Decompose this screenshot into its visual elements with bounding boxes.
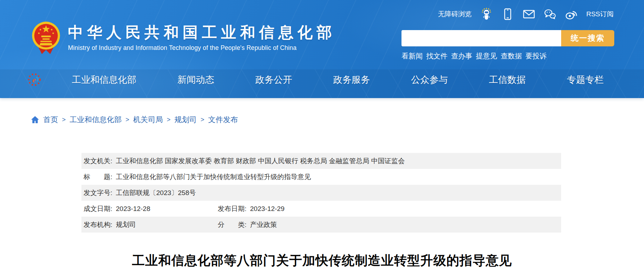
field-label: 发布日期:	[218, 204, 246, 213]
national-emblem-logo	[31, 21, 61, 57]
doc-info-row-doc-number: 发文字号: 工信部联规〔2023〕258号	[81, 185, 561, 201]
field-value: 工信部联规〔2023〕258号	[116, 188, 196, 198]
nav-item-special-topics[interactable]: 专题专栏	[567, 74, 604, 86]
doc-info-row-issuing-agency: 发文机关: 工业和信息化部 国家发展改革委 教育部 财政部 中国人民银行 税务总…	[81, 153, 561, 169]
breadcrumb: 首页 > 工业和信息化部 > 机关司局 > 规划司 > 文件发布	[31, 115, 238, 125]
breadcrumb-document-release[interactable]: 文件发布	[208, 115, 238, 125]
field-label: 分 类:	[218, 220, 246, 229]
miit-logo-icon[interactable]: e	[28, 73, 41, 86]
quick-link-complaint[interactable]: 要投诉	[525, 51, 547, 61]
nav-item-miit[interactable]: 工业和信息化部	[72, 74, 136, 86]
rss-link[interactable]: RSS订阅	[586, 10, 614, 19]
doc-info-row-dates: 成文日期: 2023-12-28 发布日期: 2023-12-29	[81, 201, 561, 217]
brand: 中华人民共和国工业和信息化部 Ministry of Industry and …	[31, 21, 336, 57]
field-label: 发文字号:	[84, 188, 112, 198]
utility-bar: 无障碍浏览	[438, 7, 614, 21]
mobile-icon[interactable]	[501, 8, 514, 21]
field-label: 发文机关:	[84, 156, 112, 166]
quick-link-files[interactable]: 找文件	[426, 51, 448, 61]
main-nav: 工业和信息化部 新闻动态 政务公开 政务服务 公众参与 工信数据 专题专栏	[72, 74, 604, 86]
breadcrumb-home[interactable]: 首页	[43, 115, 58, 125]
breadcrumb-planning-dept[interactable]: 规划司	[175, 115, 197, 125]
quick-link-feedback[interactable]: 提意见	[476, 51, 497, 61]
field-value: 2023-12-28	[116, 205, 150, 213]
accessibility-link[interactable]: 无障碍浏览	[438, 10, 472, 19]
nav-item-industry-data[interactable]: 工信数据	[489, 74, 526, 86]
quick-link-services[interactable]: 查办事	[451, 51, 472, 61]
nav-item-news[interactable]: 新闻动态	[177, 74, 214, 86]
field-label: 标 题:	[84, 172, 112, 182]
doc-info-row-publisher-category: 发布机构: 规划司 分 类: 产业政策	[81, 217, 561, 233]
robot-mascot-icon[interactable]	[480, 8, 493, 21]
doc-info-table: 发文机关: 工业和信息化部 国家发展改革委 教育部 财政部 中国人民银行 税务总…	[81, 153, 561, 233]
breadcrumb-separator: >	[201, 116, 205, 124]
nav-item-gov-services[interactable]: 政务服务	[333, 74, 370, 86]
quick-links: 看新闻 找文件 查办事 提意见 查数据 要投诉	[401, 51, 614, 61]
article-title: 工业和信息化部等八部门关于加快传统制造业转型升级的指导意见	[0, 252, 644, 269]
doc-info-row-title: 标 题: 工业和信息化部等八部门关于加快传统制造业转型升级的指导意见	[81, 169, 561, 185]
search-input[interactable]	[401, 30, 561, 46]
breadcrumb-miit[interactable]: 工业和信息化部	[70, 115, 122, 125]
field-label: 成文日期:	[84, 204, 112, 213]
field-value: 产业政策	[250, 220, 277, 229]
brand-titles: 中华人民共和国工业和信息化部 Ministry of Industry and …	[68, 21, 336, 52]
page: 无障碍浏览	[0, 0, 644, 274]
svg-text:e: e	[32, 76, 36, 84]
site-header: 无障碍浏览	[0, 0, 644, 98]
breadcrumb-separator: >	[167, 116, 171, 124]
weibo-icon[interactable]	[565, 8, 578, 21]
nav-item-gov-openness[interactable]: 政务公开	[255, 74, 292, 86]
field-value: 规划司	[116, 220, 136, 229]
home-icon[interactable]	[31, 116, 39, 124]
quick-link-data[interactable]: 查数据	[501, 51, 522, 61]
breadcrumb-departments[interactable]: 机关司局	[133, 115, 163, 125]
field-value: 2023-12-29	[250, 205, 284, 213]
unified-search-button[interactable]: 统一搜索	[561, 30, 614, 46]
mail-icon[interactable]	[523, 8, 535, 21]
wechat-icon[interactable]	[544, 8, 557, 21]
search-area: 统一搜索 看新闻 找文件 查办事 提意见 查数据 要投诉	[401, 30, 614, 61]
breadcrumb-separator: >	[126, 116, 130, 124]
nav-item-public-participation[interactable]: 公众参与	[411, 74, 448, 86]
breadcrumb-separator: >	[62, 116, 66, 124]
field-value: 工业和信息化部 国家发展改革委 教育部 财政部 中国人民银行 税务总局 金融监管…	[116, 156, 405, 166]
field-value: 工业和信息化部等八部门关于加快传统制造业转型升级的指导意见	[116, 172, 311, 182]
site-title: 中华人民共和国工业和信息化部	[68, 24, 336, 41]
site-subtitle: Ministry of Industry and Information Tec…	[68, 44, 336, 52]
quick-link-news[interactable]: 看新闻	[401, 51, 423, 61]
field-label: 发布机构:	[84, 220, 112, 229]
